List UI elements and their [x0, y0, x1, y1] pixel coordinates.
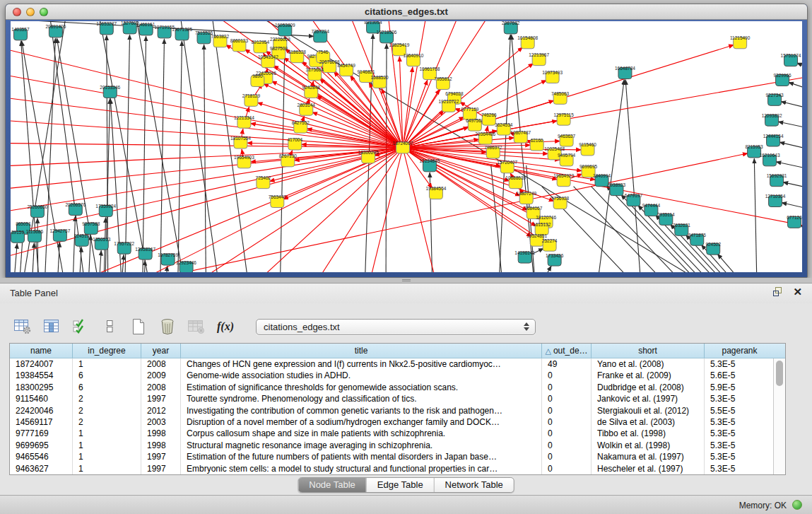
table-cell: 49	[542, 358, 592, 370]
tab-node-table[interactable]: Node Table	[298, 478, 367, 492]
graph-node-label: 9115460	[579, 143, 596, 148]
table-cell: 1997	[141, 393, 181, 404]
graph-edge	[264, 83, 403, 148]
graph-edge	[499, 35, 511, 272]
graph-edge	[776, 162, 802, 170]
table-cell: 9115460	[10, 393, 73, 404]
graph-edge	[717, 254, 748, 272]
graph-node-label: 19654923	[553, 173, 574, 178]
column-header-short[interactable]: short	[592, 344, 705, 358]
table-cell: Investigating the contribution of common…	[181, 405, 542, 416]
select-rows-icon[interactable]	[71, 317, 90, 337]
graph-node-label: 252274	[542, 238, 558, 243]
table-cell: 0	[542, 393, 592, 404]
table-cell: 5.3E-5	[705, 416, 775, 428]
graph-node-label: 8471876	[688, 233, 707, 238]
dropdown-stepper-icon	[524, 322, 529, 331]
table-cell: Dudbridge et al. (2008)	[592, 382, 705, 393]
table-row[interactable]: 911546021997Tourette syndrome. Phenomeno…	[10, 393, 785, 404]
graph-node-label: 19654903	[234, 155, 254, 160]
graph-node-label: 2718129	[242, 93, 261, 98]
new-file-icon[interactable]	[129, 317, 148, 337]
graph-node-label: 8454749	[338, 63, 356, 68]
graph-node-label: 1350513	[93, 237, 111, 242]
tab-edge-table[interactable]: Edge Table	[367, 478, 435, 492]
sort-ascending-icon: △	[545, 346, 551, 355]
graph-node-label: 16210643	[760, 153, 780, 158]
column-header-year[interactable]: year	[141, 344, 181, 358]
resize-grip-icon[interactable]	[402, 279, 411, 281]
graph-node-label: 1115686	[26, 229, 44, 234]
graph-node-label: 2935114	[657, 212, 675, 217]
graph-node-label: 417004	[287, 137, 302, 142]
network-view-frame: 1872400776638228660123891295423226058982…	[6, 20, 807, 277]
graph-node-label: 2803144	[298, 103, 316, 107]
table-cell: 0	[542, 370, 592, 381]
network-canvas[interactable]: 1872400776638228660123891295423226058982…	[11, 21, 802, 272]
memory-status-label: Memory: OK	[739, 501, 787, 510]
table-row[interactable]: 1830029562008Estimation of significance …	[10, 382, 785, 393]
graph-node-label: 12975115	[553, 112, 574, 117]
table-cell: 2009	[141, 370, 181, 381]
table-cell: 2008	[141, 358, 181, 370]
show-column-icon[interactable]	[42, 317, 61, 337]
table-cell: 1998	[141, 428, 181, 439]
float-panel-icon[interactable]	[773, 287, 783, 297]
table-row[interactable]: 2242004622012Investigating the contribut…	[10, 405, 785, 416]
graph-edge	[403, 76, 802, 148]
table-cell: 6	[73, 370, 141, 381]
table-cell: 19384554	[10, 370, 73, 381]
graph-node-label: 7485063	[551, 91, 570, 96]
table-row[interactable]: 977716911998Corpus callosum shape and si…	[10, 428, 785, 439]
delete-table-icon	[187, 317, 206, 337]
graph-node-label: 7955812	[434, 76, 452, 81]
table-row[interactable]: 946362711997Embryonic stem cells: a mode…	[10, 463, 785, 474]
graph-node-label: 39159	[11, 230, 24, 235]
table-cell: 5.3E-5	[705, 440, 775, 451]
graph-edge	[781, 102, 802, 110]
column-header-title[interactable]: title	[181, 344, 542, 358]
tab-network-table[interactable]: Network Table	[435, 478, 514, 492]
graph-node-label: 14196141	[514, 250, 535, 255]
table-row[interactable]: 969969511998Structural magnetic resonanc…	[10, 440, 785, 451]
graph-node-label: 23226058	[270, 37, 290, 42]
table-settings-icon[interactable]	[13, 317, 33, 337]
table-cell: 5.3E-5	[705, 451, 775, 462]
table-type-tabs: Node TableEdge TableNetwork Table	[298, 477, 514, 493]
table-row[interactable]: 946554611997Estimation of the future num…	[10, 451, 785, 462]
table-cell: Embryonic stem cells: a model to study s…	[181, 463, 542, 474]
table-row[interactable]: 1872400712008Changes of HCN gene express…	[10, 358, 785, 370]
delete-icon[interactable]	[158, 317, 177, 337]
table-body: 1872400712008Changes of HCN gene express…	[10, 358, 785, 474]
table-selector-dropdown[interactable]: citations_edges.txt	[256, 319, 536, 335]
memory-status-indicator[interactable]	[792, 500, 802, 510]
function-builder-icon[interactable]: f(x)	[216, 317, 235, 337]
graph-node-label: 10688639	[505, 175, 526, 180]
table-row[interactable]: 1938455462009Genome-wide association stu…	[10, 370, 785, 381]
column-header-in_degree[interactable]: in_degree	[73, 344, 141, 358]
graph-edge	[539, 266, 552, 272]
graph-node-label: 11215490	[730, 35, 751, 40]
graph-node-label: 19524851	[526, 233, 547, 238]
table-cell: 0	[542, 463, 592, 474]
close-panel-icon[interactable]: ✕	[793, 287, 802, 297]
graph-node-label: 8215953	[746, 144, 764, 149]
graph-node-label: 16782759	[158, 252, 178, 257]
graph-node-label: 18640910	[404, 53, 424, 58]
graph-node-label: 10807487	[510, 130, 531, 135]
column-header-pagerank[interactable]: pagerank	[705, 344, 775, 358]
graph-edge	[13, 243, 17, 272]
vertical-scrollbar[interactable]	[773, 358, 785, 474]
column-header-name[interactable]: name	[10, 344, 73, 358]
scrollbar-thumb[interactable]	[776, 361, 783, 386]
row-height-icon[interactable]	[100, 317, 119, 337]
table-cell: de Silva et al. (2003)	[592, 416, 705, 428]
graph-node-label: 18300295	[358, 150, 379, 155]
graph-node-label: 7515526	[195, 30, 213, 35]
table-cell: 2	[73, 405, 141, 416]
window-titlebar[interactable]: citations_edges.txt	[6, 4, 807, 20]
graph-node-label: 9242848	[302, 85, 321, 90]
column-header-out_de[interactable]: △out_de…	[542, 344, 592, 358]
panel-divider[interactable]	[0, 278, 812, 283]
table-row[interactable]: 1456911722003Disruption of a novel membe…	[10, 416, 785, 428]
